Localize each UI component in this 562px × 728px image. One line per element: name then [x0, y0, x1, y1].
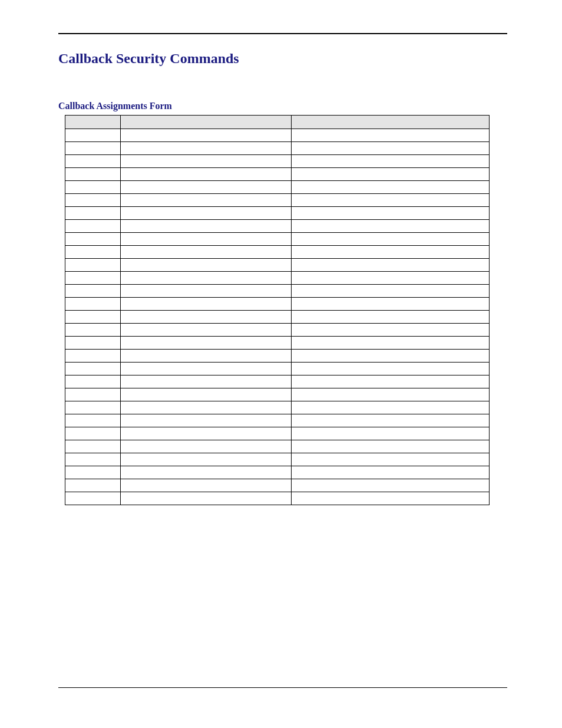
table-row — [65, 466, 490, 479]
table-cell — [292, 375, 490, 388]
table-cell — [65, 324, 121, 337]
table-cell — [65, 155, 121, 168]
table-row — [65, 414, 490, 427]
table-cell — [65, 479, 121, 492]
table-row — [65, 479, 490, 492]
table-cell — [120, 440, 292, 453]
table-cell — [120, 207, 292, 220]
table-row — [65, 233, 490, 246]
table-cell — [120, 181, 292, 194]
table-cell — [65, 194, 121, 207]
table-cell — [65, 233, 121, 246]
table-row — [65, 220, 490, 233]
table-cell — [65, 259, 121, 272]
table-body — [65, 129, 490, 505]
table-cell — [120, 466, 292, 479]
table-cell — [120, 155, 292, 168]
table-cell — [65, 142, 121, 155]
table-cell — [292, 298, 490, 311]
table-row — [65, 298, 490, 311]
table-cell — [65, 207, 121, 220]
table-cell — [65, 401, 121, 414]
table-row — [65, 492, 490, 505]
table-row — [65, 207, 490, 220]
table-cell — [292, 492, 490, 505]
table-row — [65, 311, 490, 324]
table-cell — [292, 259, 490, 272]
table-cell — [120, 453, 292, 466]
table-cell — [65, 181, 121, 194]
table-row — [65, 142, 490, 155]
table-row — [65, 181, 490, 194]
table-row — [65, 375, 490, 388]
table-cell — [292, 337, 490, 350]
table-cell — [65, 272, 121, 285]
table-cell — [65, 168, 121, 181]
table-cell — [120, 492, 292, 505]
table-cell — [65, 453, 121, 466]
table-cell — [292, 142, 490, 155]
table-cell — [120, 168, 292, 181]
table-row — [65, 388, 490, 401]
table-cell — [65, 285, 121, 298]
table-cell — [292, 427, 490, 440]
page-title: Callback Security Commands — [58, 51, 507, 67]
table-header-cell — [120, 116, 292, 129]
table-cell — [120, 220, 292, 233]
table-cell — [292, 168, 490, 181]
table-cell — [292, 155, 490, 168]
table-cell — [120, 246, 292, 259]
table-cell — [65, 427, 121, 440]
table-cell — [120, 129, 292, 142]
table-cell — [120, 401, 292, 414]
table-cell — [292, 414, 490, 427]
table-row — [65, 401, 490, 414]
table-row — [65, 194, 490, 207]
table-cell — [292, 479, 490, 492]
table-row — [65, 440, 490, 453]
table-row — [65, 427, 490, 440]
table-header-cell — [65, 116, 121, 129]
table-cell — [120, 259, 292, 272]
table-cell — [292, 324, 490, 337]
table-cell — [120, 479, 292, 492]
table-cell — [65, 466, 121, 479]
table-cell — [292, 207, 490, 220]
table-cell — [292, 285, 490, 298]
table-cell — [292, 272, 490, 285]
table-cell — [120, 285, 292, 298]
table-cell — [292, 220, 490, 233]
document-page: Callback Security Commands Callback Assi… — [0, 0, 562, 728]
table-cell — [292, 401, 490, 414]
table-cell — [120, 142, 292, 155]
table-cell — [65, 220, 121, 233]
table-cell — [292, 388, 490, 401]
table-row — [65, 155, 490, 168]
callback-assignments-table — [65, 115, 490, 505]
table-cell — [120, 337, 292, 350]
table-cell — [120, 324, 292, 337]
table-cell — [65, 492, 121, 505]
table-cell — [65, 375, 121, 388]
section-title: Callback Assignments Form — [58, 101, 507, 111]
table-row — [65, 324, 490, 337]
page-content: Callback Security Commands Callback Assi… — [58, 47, 507, 505]
table-cell — [120, 414, 292, 427]
table-cell — [65, 414, 121, 427]
table-cell — [65, 388, 121, 401]
table-cell — [292, 440, 490, 453]
table-cell — [292, 350, 490, 363]
table-cell — [65, 246, 121, 259]
table-cell — [65, 363, 121, 375]
table-cell — [65, 298, 121, 311]
table-row — [65, 168, 490, 181]
table-row — [65, 272, 490, 285]
table-cell — [120, 298, 292, 311]
table-header-cell — [292, 116, 490, 129]
footer-rule — [58, 687, 507, 688]
table-cell — [65, 350, 121, 363]
table-cell — [292, 194, 490, 207]
table-cell — [292, 181, 490, 194]
table-row — [65, 363, 490, 375]
table-cell — [65, 311, 121, 324]
